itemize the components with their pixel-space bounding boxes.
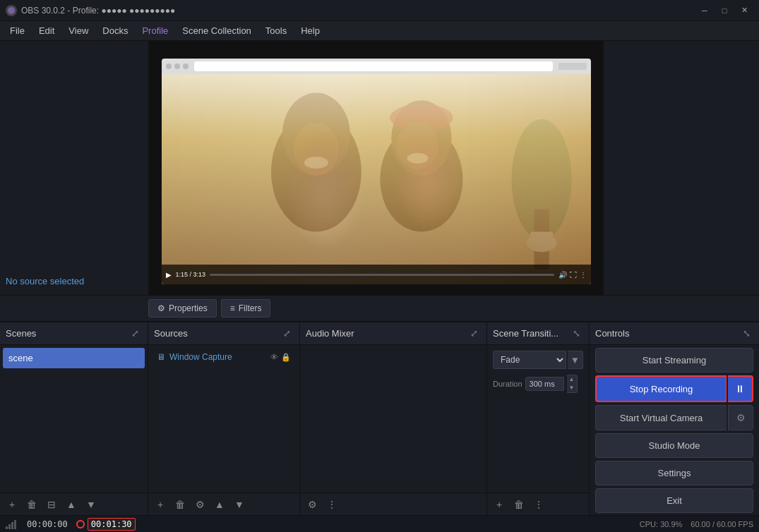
audio-maximize-button[interactable]: ⤢ — [467, 327, 481, 340]
play-icon[interactable]: ▶ — [166, 271, 172, 279]
add-source-button[interactable]: + — [151, 496, 169, 513]
record-indicator: 00:01:30 — [76, 518, 136, 531]
source-settings-button[interactable]: ⚙ — [191, 496, 209, 513]
audio-settings-button[interactable]: ⚙ — [303, 496, 321, 513]
no-source-label: No source selected — [6, 276, 84, 286]
app-icon — [6, 5, 17, 16]
lock-icon[interactable]: 🔒 — [281, 353, 291, 362]
audio-more-button[interactable]: ⋮ — [323, 496, 341, 513]
virtual-camera-row: Start Virtual Camera ⚙ — [595, 405, 753, 430]
stop-recording-button[interactable]: Stop Recording — [595, 375, 727, 402]
filters-button[interactable]: ≡ Filters — [221, 299, 271, 318]
scene-item[interactable]: scene — [3, 348, 145, 368]
transitions-maximize-button[interactable]: ⤡ — [570, 327, 583, 340]
audio-panel-header: Audio Mixer ⤢ — [300, 322, 486, 345]
exit-button[interactable]: Exit — [595, 488, 753, 513]
svg-point-7 — [390, 104, 453, 131]
filters-label: Filters — [239, 303, 262, 313]
pause-recording-button[interactable]: ⏸ — [728, 375, 753, 402]
fullscreen-icon[interactable]: ⛶ — [570, 271, 577, 279]
video-preview — [162, 74, 591, 284]
browser-dot-3 — [183, 64, 189, 69]
transition-dropdown[interactable]: Fade Cut Swipe — [493, 351, 566, 369]
sources-toolbar: + 🗑 ⚙ ▲ ▼ — [148, 492, 299, 515]
toolbar-area: ⚙ Properties ≡ Filters — [0, 295, 759, 322]
menu-help[interactable]: Help — [294, 23, 327, 39]
scenes-maximize-button[interactable]: ⤢ — [129, 327, 142, 340]
signal-icon — [6, 519, 18, 529]
remove-scene-button[interactable]: 🗑 — [23, 496, 41, 513]
browser-controls — [558, 63, 587, 70]
svg-rect-13 — [534, 210, 549, 270]
record-time: 00:01:30 — [88, 518, 136, 531]
duration-up-button[interactable]: ▲ — [567, 375, 577, 384]
start-streaming-button[interactable]: Start Streaming — [595, 348, 753, 373]
stop-recording-label: Stop Recording — [630, 384, 693, 394]
menu-file[interactable]: File — [3, 23, 32, 39]
duration-input[interactable] — [525, 377, 564, 391]
svg-point-4 — [282, 93, 349, 176]
svg-point-11 — [407, 153, 428, 164]
controls-panel-content: Start Streaming Stop Recording ⏸ Start V… — [590, 345, 759, 515]
source-down-button[interactable]: ▼ — [230, 496, 249, 513]
menubar: File Edit View Docks Profile Scene Colle… — [0, 21, 759, 41]
signal-status — [6, 519, 18, 529]
menu-tools[interactable]: Tools — [258, 23, 294, 39]
add-transition-button[interactable]: + — [490, 496, 508, 513]
minimize-button[interactable]: ─ — [695, 4, 714, 18]
studio-mode-button[interactable]: Studio Mode — [595, 433, 753, 458]
menu-edit[interactable]: Edit — [32, 23, 61, 39]
properties-button[interactable]: ⚙ Properties — [148, 299, 217, 318]
virtual-camera-settings-button[interactable]: ⚙ — [728, 405, 753, 430]
video-progress-bar[interactable] — [210, 274, 554, 276]
scene-up-button[interactable]: ▲ — [62, 496, 80, 513]
gear-icon: ⚙ — [157, 303, 165, 313]
source-item-window-capture[interactable]: 🖥 Window Capture 👁 🔒 — [151, 348, 297, 366]
svg-point-0 — [8, 7, 15, 14]
settings-label: Settings — [658, 468, 691, 478]
scene-settings-button[interactable]: ⊟ — [42, 496, 61, 513]
svg-rect-17 — [8, 524, 11, 529]
video-time: 1:15 / 3:13 — [176, 271, 206, 278]
menu-profile[interactable]: Profile — [135, 23, 175, 39]
add-scene-button[interactable]: + — [3, 496, 21, 513]
remove-source-button[interactable]: 🗑 — [171, 496, 189, 513]
scenes-toolbar: + 🗑 ⊟ ▲ ▼ — [0, 492, 148, 515]
more-icon[interactable]: ⋮ — [580, 271, 587, 279]
source-icon: 🖥 — [157, 352, 165, 362]
start-virtual-camera-button[interactable]: Start Virtual Camera — [595, 405, 727, 430]
browser-preview: ▶ 1:15 / 3:13 🔊 ⛶ ⋮ — [162, 59, 591, 284]
transitions-panel-content: Fade Cut Swipe ▼ Duration ▲ ▼ — [487, 345, 589, 397]
svg-rect-18 — [11, 522, 13, 529]
duration-down-button[interactable]: ▼ — [567, 384, 577, 392]
preview-image — [162, 74, 591, 284]
studio-mode-label: Studio Mode — [649, 440, 700, 451]
close-button[interactable]: ✕ — [735, 4, 753, 18]
video-icons: 🔊 ⛶ ⋮ — [558, 271, 587, 279]
scene-down-button[interactable]: ▼ — [82, 496, 100, 513]
audio-panel-title: Audio Mixer — [306, 328, 354, 339]
controls-panel-header: Controls ⤡ — [590, 322, 759, 345]
scenes-panel-title: Scenes — [6, 328, 36, 339]
transitions-panel-title: Scene Transiti... — [493, 328, 558, 339]
fps-display: 60.00 / 60.00 FPS — [691, 520, 753, 528]
transition-arrow-button[interactable]: ▼ — [568, 351, 583, 369]
audio-mixer-panel: Audio Mixer ⤢ ⚙ ⋮ — [300, 322, 487, 515]
volume-icon[interactable]: 🔊 — [558, 271, 567, 279]
sources-maximize-button[interactable]: ⤢ — [280, 327, 294, 340]
source-up-button[interactable]: ▲ — [210, 496, 229, 513]
eye-icon[interactable]: 👁 — [270, 353, 278, 362]
pause-icon: ⏸ — [735, 383, 745, 394]
scenes-panel-header: Scenes ⤢ — [0, 322, 148, 345]
settings-button[interactable]: Settings — [595, 461, 753, 485]
menu-view[interactable]: View — [61, 23, 95, 39]
maximize-button[interactable]: □ — [715, 4, 734, 18]
controls-maximize-button[interactable]: ⤡ — [740, 327, 753, 340]
menu-docks[interactable]: Docks — [95, 23, 135, 39]
svg-point-8 — [293, 123, 338, 176]
source-label: Window Capture — [169, 352, 232, 362]
transition-more-button[interactable]: ⋮ — [530, 496, 548, 513]
remove-transition-button[interactable]: 🗑 — [510, 496, 528, 513]
virtual-camera-gear-icon: ⚙ — [736, 412, 746, 423]
menu-scene-collection[interactable]: Scene Collection — [175, 23, 258, 39]
